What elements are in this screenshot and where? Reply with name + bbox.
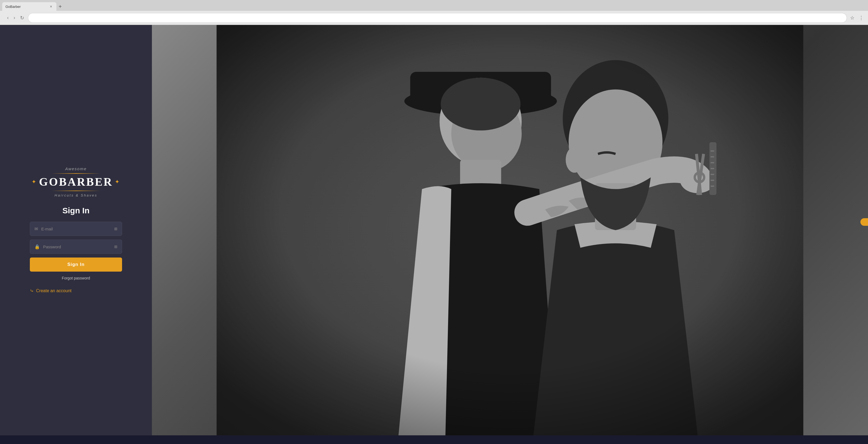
email-input-group: ✉ ⊞ [30, 222, 122, 236]
signin-button[interactable]: Sign In [30, 258, 122, 272]
active-tab[interactable]: GoBarber × [2, 2, 56, 11]
refresh-button[interactable]: ↻ [19, 14, 26, 22]
brand-name: GOBARBER [39, 175, 113, 189]
barber-image [152, 25, 868, 435]
logo-divider-top [52, 173, 100, 174]
notification-dot[interactable] [860, 218, 868, 226]
logo-star-left: ✦ [32, 179, 37, 185]
logo-tagline-top: Awesome [32, 166, 120, 171]
tab-title: GoBarber [5, 5, 21, 9]
address-bar[interactable] [28, 13, 847, 23]
signin-title: Sign In [62, 206, 90, 215]
svg-rect-25 [217, 25, 803, 435]
create-account-label: Create an account [36, 288, 72, 293]
logo-text: ✦ GOBARBER ✦ [32, 175, 120, 189]
create-account-link[interactable]: ⤷ Create an account [30, 288, 122, 294]
address-bar-container [28, 13, 847, 23]
menu-icon[interactable]: ⋮ [858, 15, 865, 21]
logo-tagline-bottom: Haircuts & Shaves [32, 193, 120, 197]
password-action-icon: ⊞ [114, 244, 118, 249]
nav-buttons: ‹ › ↻ [5, 14, 26, 22]
logo-divider-bottom [52, 191, 100, 191]
app-content: Awesome ✦ GOBARBER ✦ Haircuts & Shaves S… [0, 25, 868, 435]
login-panel: Awesome ✦ GOBARBER ✦ Haircuts & Shaves S… [0, 25, 152, 435]
login-form: ✉ ⊞ 🔒 ⊞ Sign In Forgot password ⤷ Create… [30, 222, 122, 294]
create-account-arrow: ⤷ [30, 288, 34, 294]
lock-icon: 🔒 [34, 244, 40, 249]
hero-image-panel [152, 25, 868, 435]
browser-tab-bar: GoBarber × + [0, 0, 868, 11]
email-icon: ✉ [34, 226, 38, 232]
new-tab-button[interactable]: + [56, 2, 64, 11]
browser-toolbar: ‹ › ↻ ☆ ⋮ [0, 11, 868, 25]
forgot-password-link[interactable]: Forgot password [30, 276, 122, 280]
logo-container: Awesome ✦ GOBARBER ✦ Haircuts & Shaves [32, 166, 120, 197]
bookmark-icon[interactable]: ☆ [849, 15, 856, 21]
email-input[interactable] [41, 227, 114, 231]
email-action-icon: ⊞ [114, 227, 118, 231]
logo-star-right: ✦ [115, 179, 120, 185]
back-button[interactable]: ‹ [5, 14, 10, 22]
password-input-group: 🔒 ⊞ [30, 240, 122, 254]
password-input[interactable] [43, 244, 114, 249]
tab-close-button[interactable]: × [49, 4, 53, 9]
forward-button[interactable]: › [12, 14, 17, 22]
